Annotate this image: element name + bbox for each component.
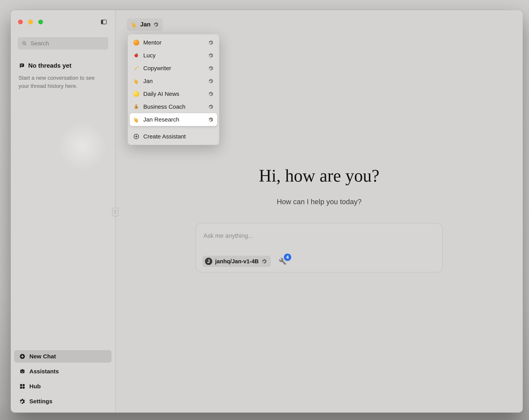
- robot-icon: [19, 368, 26, 375]
- message-input[interactable]: [203, 232, 435, 246]
- sidebar-item-hub[interactable]: Hub: [14, 380, 112, 393]
- grip-icon: [114, 210, 117, 214]
- assistant-selector[interactable]: Jan: [127, 18, 163, 31]
- composer: J janhq/Jan-v1-4B 4: [196, 223, 443, 272]
- assistant-menu-item[interactable]: $Business Coach: [130, 100, 217, 113]
- threads-empty-state: No threads yet Start a new conversation …: [18, 62, 107, 90]
- apple-icon: [133, 52, 139, 58]
- gear-icon[interactable]: [153, 22, 159, 27]
- tools-button[interactable]: 4: [278, 257, 287, 266]
- composer-toolbar: J janhq/Jan-v1-4B 4: [202, 256, 287, 267]
- close-window-button[interactable]: [18, 20, 23, 24]
- gear-icon[interactable]: [208, 53, 214, 58]
- gear-icon[interactable]: [208, 66, 214, 71]
- main-area: Jan MentorLucyCopywriterJanDaily AI News…: [116, 10, 523, 413]
- sidebar-toggle-icon: [101, 19, 107, 25]
- assistant-menu: MentorLucyCopywriterJanDaily AI News$Bus…: [128, 34, 219, 145]
- chat-bubble-icon: [18, 63, 25, 69]
- assistant-menu-item[interactable]: Jan: [130, 75, 217, 87]
- gear-icon[interactable]: [208, 78, 214, 84]
- titlebar: [11, 10, 115, 34]
- search-icon: [22, 41, 27, 46]
- greeting-title: Hi, how are you?: [116, 166, 523, 186]
- search-box[interactable]: [18, 37, 108, 50]
- minimize-window-button[interactable]: [28, 20, 33, 24]
- plus-circle-icon: [133, 133, 139, 140]
- orange-circle-icon: [133, 40, 139, 46]
- svg-text:$: $: [135, 106, 137, 109]
- assistant-menu-item-label: Mentor: [143, 39, 204, 46]
- assistant-menu-item[interactable]: Daily AI News: [130, 87, 217, 100]
- traffic-lights: [18, 20, 43, 24]
- sidebar-toggle-button[interactable]: [100, 18, 108, 26]
- gear-icon[interactable]: [208, 117, 214, 122]
- blocks-icon: [19, 383, 26, 390]
- sidebar-item-assistants[interactable]: Assistants: [14, 365, 112, 378]
- money-bag-icon: $: [133, 104, 139, 110]
- gear-icon[interactable]: [208, 91, 214, 97]
- sidebar-resize-handle[interactable]: [112, 208, 118, 216]
- gear-icon[interactable]: [208, 104, 214, 109]
- wave-icon: [131, 21, 137, 28]
- sidebar-item-label: Settings: [29, 398, 52, 405]
- assistant-menu-item-label: Daily AI News: [143, 91, 204, 97]
- tools-count-badge: 4: [284, 254, 291, 261]
- sidebar-nav: New ChatAssistantsHubSettings: [11, 350, 115, 413]
- assistant-menu-item-label: Lucy: [143, 52, 204, 59]
- assistant-name: Jan: [140, 21, 150, 28]
- sidebar-item-label: New Chat: [29, 353, 56, 360]
- gear-icon: [19, 398, 26, 405]
- sidebar-item-settings[interactable]: Settings: [14, 395, 112, 407]
- assistant-menu-item-label: Business Coach: [143, 103, 204, 110]
- assistant-menu-item[interactable]: Jan Research: [130, 113, 217, 126]
- search-input[interactable]: [30, 40, 106, 47]
- maximize-window-button[interactable]: [38, 20, 43, 24]
- sidebar-item-new-chat[interactable]: New Chat: [14, 350, 112, 363]
- assistant-menu-item[interactable]: Mentor: [130, 36, 217, 49]
- create-assistant-button[interactable]: Create Assistant: [130, 130, 217, 143]
- sidebar-item-label: Assistants: [29, 368, 59, 375]
- pencil-icon: [133, 65, 139, 71]
- model-name: janhq/Jan-v1-4B: [215, 258, 259, 265]
- yellow-circle-icon: [133, 91, 139, 97]
- empty-state-description: Start a new conversation to see your thr…: [18, 74, 107, 90]
- plus-circle-icon: [19, 353, 26, 360]
- sidebar-item-label: Hub: [29, 383, 41, 390]
- assistant-menu-list: MentorLucyCopywriterJanDaily AI News$Bus…: [130, 36, 217, 126]
- assistant-menu-item-label: Jan: [143, 78, 204, 84]
- wave-icon: [133, 78, 139, 84]
- empty-state-title: No threads yet: [28, 62, 71, 69]
- model-selector[interactable]: J janhq/Jan-v1-4B: [202, 256, 271, 267]
- model-avatar: J: [205, 258, 212, 265]
- menu-divider: [131, 128, 216, 128]
- assistant-menu-item[interactable]: Lucy: [130, 49, 217, 62]
- assistant-menu-item-label: Copywriter: [143, 65, 204, 72]
- sidebar: No threads yet Start a new conversation …: [11, 10, 116, 413]
- assistant-menu-item-label: Jan Research: [143, 116, 204, 123]
- gear-icon[interactable]: [208, 40, 214, 45]
- wave-icon: [133, 116, 139, 123]
- gear-icon[interactable]: [262, 259, 267, 264]
- create-assistant-label: Create Assistant: [143, 133, 214, 140]
- assistant-menu-item[interactable]: Copywriter: [130, 62, 217, 75]
- greeting-subtitle: How can I help you today?: [116, 198, 523, 206]
- app-window: No threads yet Start a new conversation …: [11, 10, 523, 413]
- desktop-background: No threads yet Start a new conversation …: [0, 0, 529, 420]
